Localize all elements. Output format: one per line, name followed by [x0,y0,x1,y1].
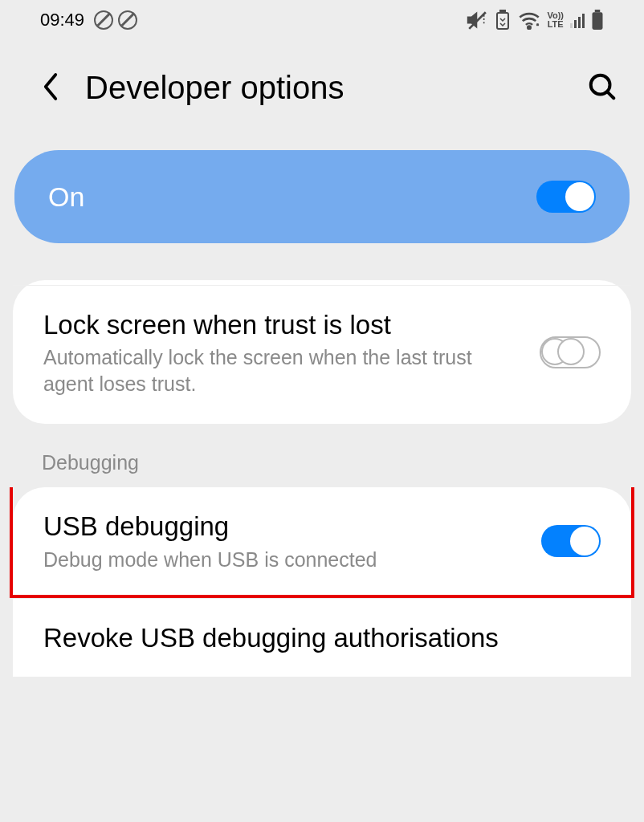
section-label-debugging: Debugging [42,451,644,474]
app-header: Developer options [0,40,644,136]
setting-text: USB debugging Debug mode when USB is con… [43,510,541,572]
status-bar: 09:49 Vo)) LTE [0,0,644,40]
svg-point-3 [528,26,532,30]
master-toggle-card[interactable]: On [14,150,630,243]
lock-trust-toggle[interactable] [540,336,601,368]
svg-rect-5 [593,12,603,30]
setting-revoke-usb-auth[interactable]: Revoke USB debugging authorisations [13,598,631,677]
signal-icon [570,12,585,28]
wifi-icon [518,10,540,30]
svg-line-7 [607,92,613,98]
setting-usb-debugging[interactable]: USB debugging Debug mode when USB is con… [10,487,634,598]
toggle-knob-overlap [557,338,585,365]
notification-icon [94,10,113,30]
toggle-knob [570,527,599,555]
battery-icon [591,10,604,31]
notification-icons [94,10,137,30]
setting-desc: Debug mode when USB is connected [43,547,525,573]
status-right: Vo)) LTE [467,10,604,31]
debugging-card: USB debugging Debug mode when USB is con… [13,487,631,677]
status-left: 09:49 [40,10,137,31]
setting-text: Lock screen when trust is lost Automatic… [43,308,540,397]
setting-title: USB debugging [43,510,525,543]
setting-text: Revoke USB debugging authorisations [43,621,601,654]
volte-icon: Vo)) LTE [547,11,564,29]
battery-saver-icon [494,10,512,31]
toggle-knob [565,182,594,211]
settings-card: Lock screen when trust is lost Automatic… [13,280,631,424]
setting-lock-screen-trust[interactable]: Lock screen when trust is lost Automatic… [13,285,631,419]
search-icon [587,71,618,102]
notification-icon [118,10,137,30]
setting-title: Revoke USB debugging authorisations [43,621,585,654]
setting-desc: Automatically lock the screen when the l… [43,344,524,397]
master-toggle[interactable] [536,181,596,213]
svg-rect-4 [595,10,601,12]
chevron-left-icon [40,71,61,103]
search-button[interactable] [581,65,624,111]
setting-title: Lock screen when trust is lost [43,308,524,341]
usb-debugging-toggle[interactable] [541,525,601,557]
back-button[interactable] [40,64,67,112]
master-toggle-label: On [48,181,84,213]
page-title: Developer options [85,70,581,106]
status-time: 09:49 [40,10,84,31]
svg-rect-2 [500,10,505,13]
mute-vibrate-icon [467,10,487,31]
